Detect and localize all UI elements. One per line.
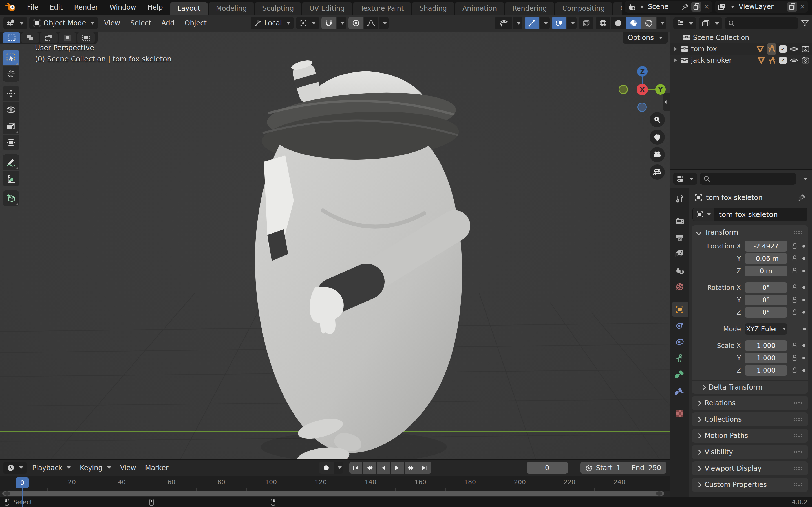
menu-render[interactable]: Render [74, 3, 98, 11]
expand-icon[interactable] [674, 58, 677, 62]
menu-add[interactable]: Add [157, 19, 178, 27]
tab-texture-paint[interactable]: Texture Paint [353, 2, 411, 15]
tab-view-layer[interactable] [672, 247, 688, 262]
mesh-data-icon[interactable] [757, 56, 765, 64]
menu-help[interactable]: Help [147, 3, 163, 11]
blender-logo-icon[interactable] [5, 2, 16, 13]
tab-object[interactable] [672, 302, 688, 317]
tab-bone[interactable] [672, 367, 688, 382]
tab-world[interactable] [672, 279, 688, 294]
menu-window[interactable]: Window [109, 3, 136, 11]
location-x-field[interactable]: -2.4927 [745, 241, 787, 251]
motion-paths-panel[interactable]: Motion Paths [692, 429, 808, 443]
exclude-checkbox[interactable]: ✓ [779, 45, 786, 53]
tool-annotate[interactable] [3, 154, 19, 170]
tab-compositing[interactable]: Compositing [555, 2, 612, 15]
render-visibility-icon[interactable] [801, 57, 810, 64]
gizmo-minus-z-ball[interactable] [638, 103, 647, 112]
viewport-display-panel[interactable]: Viewport Display [692, 461, 808, 475]
expand-icon[interactable] [674, 47, 677, 51]
falloff-dropdown[interactable] [379, 17, 389, 29]
new-viewlayer-button[interactable] [787, 2, 797, 11]
tool-cursor[interactable] [3, 66, 19, 82]
gizmo-minus-y-ball[interactable] [619, 85, 628, 94]
pan-button[interactable] [650, 129, 665, 145]
menu-playback[interactable]: Playback [29, 464, 74, 472]
tool-rotate[interactable] [3, 102, 19, 118]
properties-search[interactable] [700, 173, 796, 185]
panel-grip[interactable] [794, 401, 803, 405]
scene-selector[interactable]: Scene × [625, 1, 712, 13]
pin-icon[interactable] [798, 194, 806, 202]
delta-transform-subpanel[interactable]: Delta Transform [692, 380, 808, 394]
tab-layout[interactable]: Layout [170, 2, 208, 15]
hide-eye-icon[interactable] [790, 45, 799, 53]
overlays-dropdown[interactable] [567, 17, 576, 29]
panel-grip[interactable] [794, 467, 803, 470]
gizmo-z-ball[interactable]: Z [637, 66, 648, 76]
location-z-field[interactable]: 0 m [745, 266, 787, 276]
select-intersect-button[interactable] [77, 33, 95, 43]
shading-rendered-button[interactable] [642, 17, 656, 29]
object-id-button[interactable] [693, 208, 714, 221]
character-mesh[interactable] [255, 58, 462, 459]
tab-sculpting[interactable]: Sculpting [255, 2, 301, 15]
tab-texture[interactable] [672, 406, 688, 421]
tab-output[interactable] [672, 230, 688, 245]
properties-options-button[interactable] [799, 174, 809, 184]
shading-dropdown[interactable] [657, 17, 666, 29]
panel-grip[interactable] [794, 483, 803, 487]
relations-panel[interactable]: Relations [692, 396, 808, 410]
menu-select[interactable]: Select [126, 19, 155, 27]
tab-constraints[interactable] [672, 318, 688, 333]
lock-icon[interactable] [791, 243, 798, 249]
gizmo-dropdown[interactable] [540, 17, 550, 29]
animate-dot[interactable] [802, 286, 805, 289]
outliner-search[interactable] [725, 17, 799, 29]
animate-dot[interactable] [802, 270, 805, 272]
tab-tool[interactable] [672, 191, 688, 206]
visibility-dropdown[interactable] [513, 17, 522, 29]
menu-edit[interactable]: Edit [50, 3, 63, 11]
location-y-field[interactable]: -0.06 m [745, 253, 787, 264]
editor-type-button[interactable] [3, 17, 27, 29]
timeline-editor-type-button[interactable] [3, 462, 27, 474]
current-frame-field[interactable]: 0 [527, 462, 568, 474]
render-visibility-icon[interactable] [801, 45, 810, 53]
timeline-ruler[interactable]: 0 20 40 60 80 100 120 140 160 180 200 22… [0, 476, 670, 491]
prev-keyframe-button[interactable] [363, 462, 376, 474]
properties-editor-type-button[interactable] [673, 173, 697, 185]
pivot-point-button[interactable] [296, 17, 319, 29]
remove-viewlayer-button[interactable]: × [800, 3, 805, 11]
zoom-button[interactable] [650, 112, 665, 127]
proportional-falloff-button[interactable] [364, 17, 378, 29]
armature-icon[interactable] [768, 56, 776, 64]
outliner-row-tom-fox[interactable]: tom fox ✓ [670, 43, 812, 55]
select-extend-button[interactable] [21, 33, 39, 43]
panel-grip[interactable] [794, 418, 803, 421]
animate-dot[interactable] [802, 298, 805, 301]
lock-icon[interactable] [791, 268, 798, 274]
playhead[interactable]: 0 [15, 477, 29, 488]
timeline-scrollbar[interactable] [2, 491, 664, 496]
snap-settings-dropdown[interactable] [337, 17, 346, 29]
lock-icon[interactable] [791, 255, 798, 262]
menu-timeline-view[interactable]: View [117, 464, 140, 472]
tab-geometry-nodes[interactable]: Geometry Nodes [613, 2, 622, 15]
show-overlays-toggle[interactable] [552, 17, 566, 29]
pin-icon[interactable] [682, 3, 689, 10]
tool-select-box[interactable] [3, 50, 19, 65]
animate-dot[interactable] [802, 369, 805, 372]
panel-grip[interactable] [794, 450, 803, 454]
options-button[interactable]: Options [622, 32, 668, 44]
tool-measure[interactable] [3, 171, 19, 186]
shading-material-button[interactable] [626, 17, 641, 29]
tab-scene[interactable] [672, 263, 688, 278]
scale-z-field[interactable]: 1.000 [745, 365, 787, 376]
viewlayer-dropdown-icon[interactable] [731, 6, 735, 8]
object-name-field[interactable]: tom fox skeleton [714, 208, 808, 221]
mode-selector[interactable]: Object Mode [29, 17, 98, 29]
tool-add-cube[interactable] [3, 190, 19, 206]
lock-icon[interactable] [791, 297, 798, 303]
unlink-scene-button[interactable]: × [704, 3, 709, 11]
